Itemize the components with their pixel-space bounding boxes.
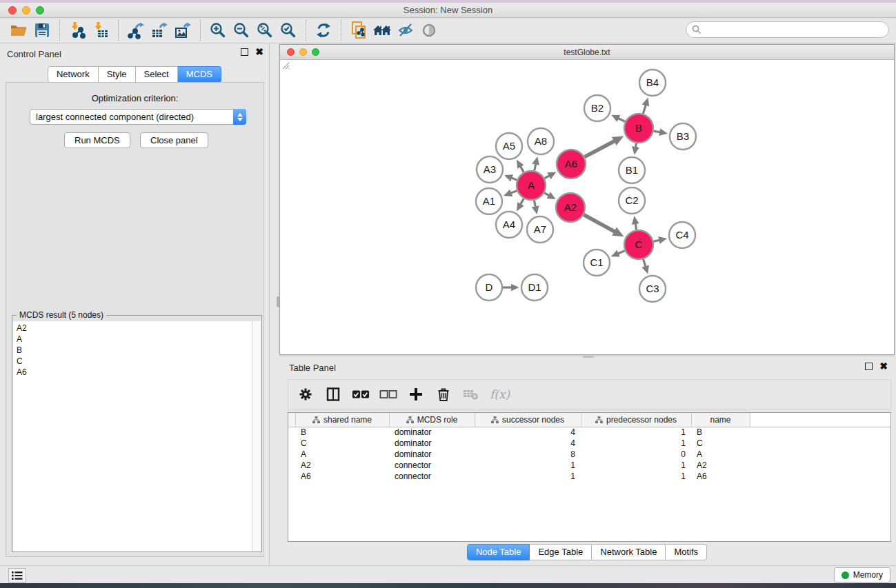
table-options-gear-icon[interactable]	[297, 385, 315, 403]
tab-network-table[interactable]: Network Table	[592, 544, 666, 560]
zoom-out-icon[interactable]	[230, 20, 253, 41]
import-table-icon[interactable]	[89, 20, 112, 41]
export-network-icon[interactable]	[124, 20, 148, 41]
network-canvas[interactable]: B4B2BB3A8A5A6A3B1AA1C2A2A4A7C4CC1C3DD1	[280, 60, 894, 354]
mcds-result-item[interactable]: A	[17, 334, 252, 345]
table-cell[interactable]: 4	[475, 438, 581, 449]
edge-A-A6[interactable]	[544, 176, 549, 179]
tab-node-table[interactable]: Node Table	[467, 544, 530, 560]
open-session-icon[interactable]	[7, 20, 30, 41]
node-A6[interactable]: A6	[557, 150, 586, 179]
column-header[interactable]: MCDS role	[389, 413, 475, 427]
delete-table-icon[interactable]	[462, 385, 480, 403]
node-B2[interactable]: B2	[584, 95, 610, 121]
node-C[interactable]: C	[624, 230, 653, 259]
edge-B-B1[interactable]	[636, 143, 637, 148]
mcds-result-item[interactable]: A2	[17, 323, 252, 334]
unselect-all-rows-icon[interactable]	[379, 385, 397, 403]
mcds-result-scrollbar[interactable]	[252, 321, 261, 551]
table-cell[interactable]: 1	[475, 460, 581, 471]
node-B[interactable]: B	[624, 114, 653, 143]
node-A7[interactable]: A7	[527, 216, 553, 243]
table-row[interactable]: Adominator80A	[288, 449, 890, 460]
node-B3[interactable]: B3	[670, 123, 696, 150]
table-row[interactable]: Cdominator41C	[288, 438, 890, 449]
edge-A-A2[interactable]	[544, 193, 548, 196]
table-cell[interactable]: 1	[581, 438, 691, 449]
edge-A-A4[interactable]	[521, 199, 524, 204]
node-D[interactable]: D	[476, 274, 502, 301]
edge-C-C2[interactable]	[635, 224, 636, 230]
edge-A-A1[interactable]	[511, 191, 517, 193]
close-table-panel-icon[interactable]: ✖	[879, 363, 888, 370]
add-column-icon[interactable]	[407, 385, 425, 403]
table-cell[interactable]: B	[295, 427, 389, 438]
run-mcds-button[interactable]: Run MCDS	[64, 132, 130, 148]
edge-C-C3[interactable]	[644, 259, 646, 267]
mcds-result-item[interactable]: A6	[17, 367, 252, 378]
node-C2[interactable]: C2	[619, 187, 645, 214]
split-divider-grip-horizontal[interactable]	[583, 356, 594, 358]
node-C1[interactable]: C1	[584, 250, 610, 276]
network-graph[interactable]: B4B2BB3A8A5A6A3B1AA1C2A2A4A7C4CC1C3DD1	[280, 60, 894, 354]
edge-A-A5[interactable]	[521, 167, 524, 172]
edge-C-C1[interactable]	[618, 251, 624, 254]
node-A3[interactable]: A3	[477, 156, 503, 183]
select-all-rows-icon[interactable]	[352, 385, 370, 403]
column-header[interactable]: predecessor nodes	[581, 413, 691, 427]
table-cell[interactable]: connector	[389, 471, 475, 482]
clone-network-icon[interactable]	[347, 20, 370, 41]
table-cell[interactable]: 1	[475, 471, 581, 482]
table-row[interactable]: A2connector11A2	[288, 460, 890, 471]
search-field[interactable]	[686, 21, 889, 38]
table-cell[interactable]: 1	[581, 471, 691, 482]
minimize-window-button[interactable]	[22, 6, 30, 14]
import-network-icon[interactable]	[66, 20, 89, 41]
tab-mcds[interactable]: MCDS	[178, 66, 221, 83]
split-divider-grip-vertical[interactable]	[277, 296, 279, 307]
node-D1[interactable]: D1	[521, 274, 548, 301]
table-cell[interactable]: 4	[475, 427, 581, 438]
column-header[interactable]: successor nodes	[475, 413, 581, 427]
table-cell[interactable]: 8	[475, 449, 581, 460]
hide-graphics-eye-icon[interactable]	[394, 20, 417, 41]
zoom-fit-icon[interactable]	[253, 20, 277, 41]
tab-motifs[interactable]: Motifs	[666, 544, 707, 560]
column-header[interactable]: name	[691, 413, 750, 427]
window-resize-grip-icon[interactable]	[280, 60, 290, 70]
edge-B-B2[interactable]	[619, 119, 626, 122]
table-cell[interactable]: connector	[389, 460, 475, 471]
export-image-icon[interactable]	[171, 20, 195, 41]
edge-C-C4[interactable]	[653, 240, 659, 241]
tab-edge-table[interactable]: Edge Table	[530, 544, 592, 560]
table-cell[interactable]: B	[691, 427, 750, 438]
task-history-button[interactable]	[8, 568, 26, 582]
tab-network[interactable]: Network	[48, 66, 99, 83]
function-builder-icon[interactable]: f(x)	[490, 387, 510, 401]
node-A[interactable]: A	[517, 171, 546, 200]
refresh-icon[interactable]	[312, 20, 335, 41]
node-A5[interactable]: A5	[496, 133, 522, 159]
mcds-result-item[interactable]: B	[17, 345, 252, 356]
float-panel-icon[interactable]	[241, 48, 248, 56]
node-A8[interactable]: A8	[528, 128, 554, 154]
edge-B-B4[interactable]	[643, 105, 646, 114]
table-cell[interactable]: A	[691, 449, 750, 460]
edge-A6-B[interactable]	[584, 141, 614, 157]
node-A4[interactable]: A4	[496, 212, 522, 238]
close-window-button[interactable]	[8, 6, 17, 14]
search-input[interactable]	[704, 25, 888, 35]
table-cell[interactable]: dominator	[389, 438, 475, 449]
tab-select[interactable]: Select	[136, 66, 178, 83]
mcds-result-item[interactable]: C	[17, 356, 252, 367]
table-cell[interactable]: A6	[295, 471, 389, 482]
network-close-button[interactable]	[287, 48, 295, 56]
table-cell[interactable]: 0	[581, 449, 691, 460]
show-graphics-eye-icon[interactable]	[417, 20, 441, 41]
zoom-window-button[interactable]	[36, 6, 44, 14]
edge-A-A7[interactable]	[534, 201, 535, 207]
network-zoom-button[interactable]	[312, 48, 319, 56]
edge-B-B3[interactable]	[654, 131, 660, 132]
table-cell[interactable]: 1	[581, 427, 691, 438]
column-header[interactable]: shared name	[295, 413, 389, 427]
